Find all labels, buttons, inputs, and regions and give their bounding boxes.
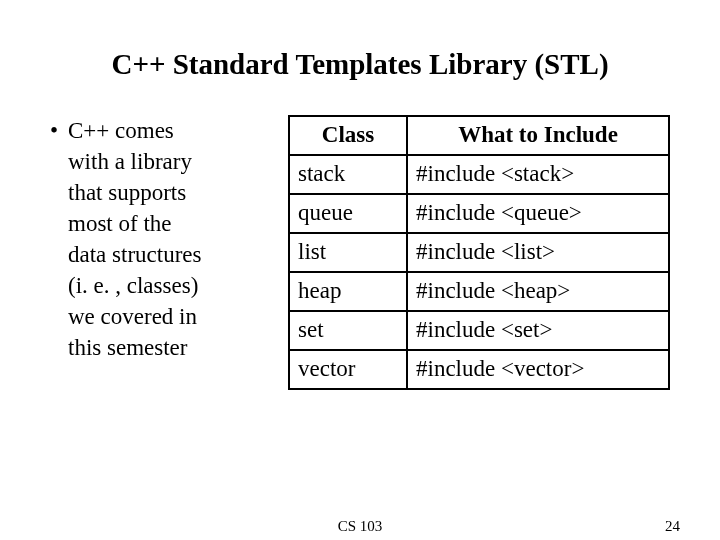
bullet-dot-icon: • xyxy=(50,115,68,146)
cell-include: #include <list> xyxy=(407,233,669,272)
bullet-line-1: with a library xyxy=(68,146,278,177)
cell-class: set xyxy=(289,311,407,350)
table-row: set #include <set> xyxy=(289,311,669,350)
cell-include: #include <set> xyxy=(407,311,669,350)
bullet-line-4: data structures xyxy=(68,239,278,270)
bullet-line-6: we covered in xyxy=(68,301,278,332)
cell-include: #include <heap> xyxy=(407,272,669,311)
cell-include: #include <vector> xyxy=(407,350,669,389)
content-row: •C++ comes with a library that supports … xyxy=(50,115,670,390)
header-include: What to Include xyxy=(407,116,669,155)
cell-class: list xyxy=(289,233,407,272)
bullet-line-3: most of the xyxy=(68,208,278,239)
table-row: list #include <list> xyxy=(289,233,669,272)
header-class: Class xyxy=(289,116,407,155)
cell-include: #include <queue> xyxy=(407,194,669,233)
bullet-line-2: that supports xyxy=(68,177,278,208)
table-row: queue #include <queue> xyxy=(289,194,669,233)
table-row: stack #include <stack> xyxy=(289,155,669,194)
cell-class: heap xyxy=(289,272,407,311)
course-code: CS 103 xyxy=(338,518,383,535)
stl-table: Class What to Include stack #include <st… xyxy=(288,115,670,390)
cell-class: vector xyxy=(289,350,407,389)
stl-table-wrapper: Class What to Include stack #include <st… xyxy=(288,115,670,390)
bullet-line-7: this semester xyxy=(68,332,278,363)
table-header-row: Class What to Include xyxy=(289,116,669,155)
slide: C++ Standard Templates Library (STL) •C+… xyxy=(0,0,720,540)
page-number: 24 xyxy=(665,518,680,535)
cell-class: stack xyxy=(289,155,407,194)
slide-title: C++ Standard Templates Library (STL) xyxy=(50,48,670,81)
table-row: heap #include <heap> xyxy=(289,272,669,311)
bullet-text: •C++ comes with a library that supports … xyxy=(50,115,278,390)
cell-class: queue xyxy=(289,194,407,233)
bullet-line-0: C++ comes xyxy=(68,118,174,143)
table-row: vector #include <vector> xyxy=(289,350,669,389)
cell-include: #include <stack> xyxy=(407,155,669,194)
bullet-line-5: (i. e. , classes) xyxy=(68,270,278,301)
